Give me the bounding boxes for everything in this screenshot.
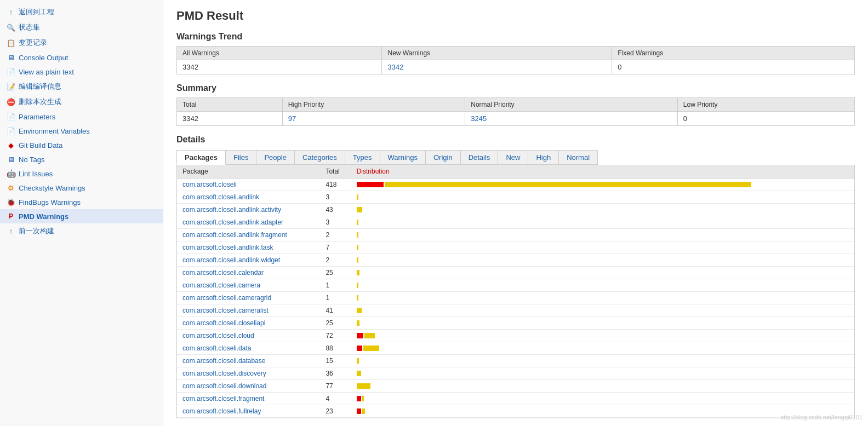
lint-issues-icon: 🤖 [7,169,15,178]
low-priority-value: 0 [677,112,854,126]
total-cell-8: 1 [320,279,351,292]
tab-types[interactable]: Types [345,150,380,165]
sidebar-item-prev-build[interactable]: ↑前一次构建 [0,223,163,239]
new-warnings-link[interactable]: 3342 [387,63,403,71]
sidebar-item-pmd-warnings[interactable]: PPMD Warnings [0,209,163,223]
compiler-info-label: 编辑编译信息 [19,82,61,91]
view-plain-text-label: View as plain text [19,68,74,76]
package-link-15[interactable]: com.arcsoft.closeli.discovery [182,370,266,377]
high-priority-link[interactable]: 97 [288,114,296,123]
col-total: Total [320,165,351,179]
git-build-data-label: Git Build Data [19,141,62,149]
sidebar-item-lint-issues[interactable]: 🤖Lint Issues [0,166,163,181]
total-cell-4: 2 [320,229,351,241]
sidebar-item-back-to-project[interactable]: ↑返回到工程 [0,4,163,20]
parameters-icon: 📄 [7,112,15,121]
new-warnings-value: 3342 [382,60,612,74]
sidebar-item-checkstyle-warnings[interactable]: ⚙Checkstyle Warnings [0,181,163,195]
tab-packages[interactable]: Packages [176,150,226,165]
package-link-14[interactable]: com.arcsoft.closeli.database [182,357,265,365]
sidebar-item-env-variables[interactable]: 📄Environment Variables [0,124,163,138]
total-cell-5: 7 [320,241,351,254]
compiler-info-icon: 📝 [7,82,15,91]
package-link-8[interactable]: com.arcsoft.closeli.camera [182,281,260,289]
lint-issues-label: Lint Issues [19,170,53,178]
warnings-trend-table: All Warnings New Warnings Fixed Warnings… [176,46,855,74]
env-variables-icon: 📄 [7,126,15,135]
dist-cell-5 [351,241,854,254]
env-variables-label: Environment Variables [19,127,90,135]
change-log-label: 变更记录 [19,38,47,48]
package-link-0[interactable]: com.arcsoft.closeli [182,181,237,188]
tab-categories[interactable]: Categories [294,150,345,165]
dist-cell-10 [351,304,854,317]
dist-cell-6 [351,254,854,267]
sidebar-item-parameters[interactable]: 📄Parameters [0,110,163,124]
package-link-7[interactable]: com.arcsoft.closeli.calendar [182,269,264,277]
dist-cell-13 [351,342,854,355]
package-link-18[interactable]: com.arcsoft.closeli.fullrelay [182,407,261,415]
package-link-17[interactable]: com.arcsoft.closeli.fragment [182,395,264,402]
total-cell-17: 4 [320,393,351,405]
col-package: Package [177,165,320,179]
prev-build-icon: ↑ [7,227,15,235]
table-row: com.arcsoft.closeli.cameralist41 [177,304,854,317]
package-link-10[interactable]: com.arcsoft.closeli.cameralist [182,307,269,314]
sidebar-item-compiler-info[interactable]: 📝编辑编译信息 [0,79,163,94]
dist-cell-18 [351,405,854,418]
tab-new[interactable]: New [498,150,528,165]
parameters-label: Parameters [19,113,55,121]
dist-cell-4 [351,229,854,241]
package-link-9[interactable]: com.arcsoft.closeli.cameragrid [182,294,271,302]
table-row: com.arcsoft.closeli.calendar25 [177,267,854,279]
sidebar-item-status-set[interactable]: 🔍状态集 [0,20,163,35]
package-link-4[interactable]: com.arcsoft.closeli.andlink.fragment [182,231,287,239]
package-link-13[interactable]: com.arcsoft.closeli.data [182,344,251,352]
package-link-2[interactable]: com.arcsoft.closeli.andlink.activity [182,206,281,214]
total-cell-13: 88 [320,342,351,355]
summary-table: Total High Priority Normal Priority Low … [176,97,855,126]
dist-cell-3 [351,216,854,229]
delete-build-icon: ⛔ [7,97,15,106]
tab-origin[interactable]: Origin [425,150,461,165]
tab-details[interactable]: Details [460,150,499,165]
tab-high[interactable]: High [528,150,559,165]
table-row: com.arcsoft.closeli.andlink.adapter3 [177,216,854,229]
delete-build-label: 删除本次生成 [19,97,61,107]
sidebar-item-change-log[interactable]: 📋变更记录 [0,35,163,50]
package-link-1[interactable]: com.arcsoft.closeli.andlink [182,193,259,201]
warnings-trend-title: Warnings Trend [176,32,855,42]
total-cell-2: 43 [320,204,351,216]
dist-cell-1 [351,191,854,204]
package-link-16[interactable]: com.arcsoft.closeli.download [182,382,266,390]
sidebar-item-findbugs-warnings[interactable]: 🐞FindBugs Warnings [0,195,163,209]
sidebar-item-console-output[interactable]: 🖥Console Output [0,50,163,65]
git-build-data-icon: ◆ [7,141,15,149]
page-title: PMD Result [176,9,855,23]
package-link-3[interactable]: com.arcsoft.closeli.andlink.adapter [182,218,283,226]
sidebar-item-no-tags[interactable]: 🖥No Tags [0,152,163,166]
dist-cell-16 [351,380,854,393]
package-link-11[interactable]: com.arcsoft.closeli.closeliapi [182,319,265,327]
details-table: Package Total Distribution com.arcsoft.c… [177,165,854,418]
tab-warnings[interactable]: Warnings [380,150,426,165]
package-link-12[interactable]: com.arcsoft.closeli.cloud [182,332,254,339]
col-fixed-warnings: Fixed Warnings [612,47,855,60]
tab-people[interactable]: People [256,150,294,165]
findbugs-warnings-label: FindBugs Warnings [19,198,81,206]
sidebar-item-delete-build[interactable]: ⛔删除本次生成 [0,94,163,110]
details-tabs: PackagesFilesPeopleCategoriesTypesWarnin… [176,150,855,165]
tab-files[interactable]: Files [225,150,256,165]
total-cell-14: 15 [320,355,351,367]
details-wrapper: Package Total Distribution com.arcsoft.c… [176,165,855,418]
package-link-6[interactable]: com.arcsoft.closeli.andlink.widget [182,256,280,264]
tab-normal[interactable]: Normal [558,150,598,165]
dist-cell-8 [351,279,854,292]
sidebar-item-view-plain-text[interactable]: 📄View as plain text [0,65,163,79]
normal-priority-link[interactable]: 3245 [471,114,487,123]
dist-cell-0 [351,179,854,191]
total-cell-15: 36 [320,367,351,380]
col-low-priority: Low Priority [677,98,854,112]
sidebar-item-git-build-data[interactable]: ◆Git Build Data [0,138,163,152]
package-link-5[interactable]: com.arcsoft.closeli.andlink.task [182,244,273,251]
